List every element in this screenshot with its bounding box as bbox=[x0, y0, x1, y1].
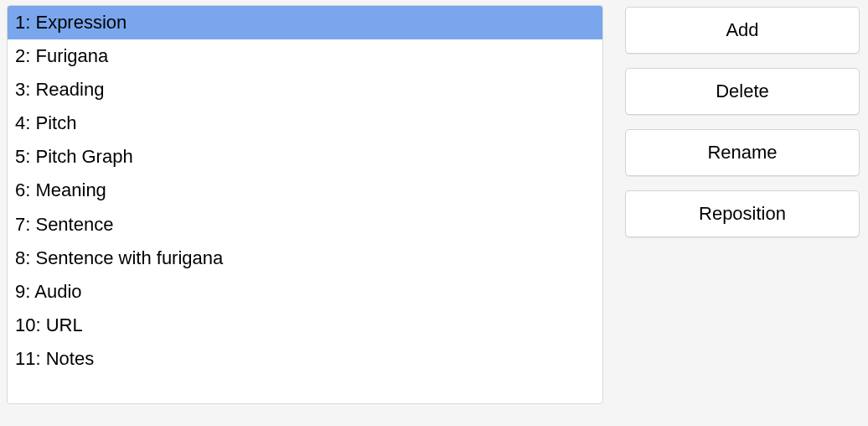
button-column: Add Delete Rename Reposition bbox=[625, 5, 860, 419]
list-item[interactable]: 9: Audio bbox=[8, 275, 602, 309]
list-item[interactable]: 11: Notes bbox=[8, 342, 602, 376]
list-item[interactable]: 3: Reading bbox=[8, 73, 602, 106]
list-item[interactable]: 1: Expression bbox=[8, 6, 602, 39]
list-item[interactable]: 5: Pitch Graph bbox=[8, 140, 602, 174]
add-button[interactable]: Add bbox=[625, 7, 860, 54]
list-item[interactable]: 8: Sentence with furigana bbox=[8, 242, 602, 275]
field-list[interactable]: 1: Expression2: Furigana3: Reading4: Pit… bbox=[7, 5, 603, 404]
reposition-button[interactable]: Reposition bbox=[625, 190, 860, 237]
list-item[interactable]: 10: URL bbox=[8, 309, 602, 342]
rename-button[interactable]: Rename bbox=[625, 129, 860, 176]
list-item[interactable]: 4: Pitch bbox=[8, 106, 602, 140]
list-item[interactable]: 2: Furigana bbox=[8, 39, 602, 73]
delete-button[interactable]: Delete bbox=[625, 68, 860, 115]
list-item[interactable]: 6: Meaning bbox=[8, 174, 602, 207]
list-item[interactable]: 7: Sentence bbox=[8, 208, 602, 242]
